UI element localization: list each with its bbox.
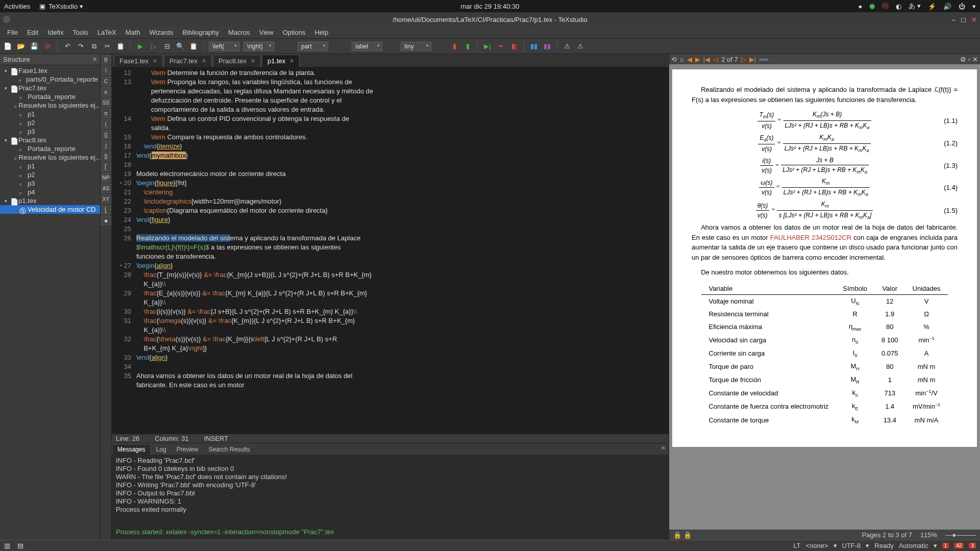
editor-tab[interactable]: Prac8.tex✕ [213, 55, 261, 67]
utf[interactable]: UTF-8 [842, 542, 861, 549]
side-tool[interactable]: {} [101, 130, 111, 139]
size-combo[interactable]: tiny [401, 42, 431, 51]
stop-icon[interactable]: ⊟ [162, 42, 172, 51]
part-combo[interactable]: part [298, 42, 328, 51]
view-log-icon[interactable]: 📋 [189, 42, 198, 51]
highlight-icon[interactable]: ▮▮ [529, 42, 538, 51]
close-button[interactable]: ✕ [971, 16, 977, 23]
cut-icon[interactable]: ✂ [103, 42, 112, 51]
zoom-slider[interactable]: —●——— [945, 531, 976, 539]
side-tool[interactable]: XY [101, 194, 111, 204]
menu-macros[interactable]: Macros [224, 27, 254, 38]
tree-item[interactable]: ▾📄p1.tex [0, 196, 100, 205]
bookmark-icon[interactable]: ▮| [509, 42, 519, 51]
open-file-icon[interactable]: 📂 [16, 42, 26, 51]
menu-view[interactable]: View [255, 27, 278, 38]
menu-options[interactable]: Options [279, 27, 310, 38]
tab-close-icon[interactable]: ✕ [153, 58, 157, 64]
editor-tab[interactable]: Fase1.tex✕ [114, 55, 163, 67]
label-combo[interactable]: label [352, 42, 382, 51]
tree-item[interactable]: ▫p3 [0, 179, 100, 188]
tree-item[interactable]: ▫Resuelve los siguientes ej... [0, 101, 100, 110]
tray-icon[interactable]: Ⓜ [882, 2, 889, 11]
menu-edit[interactable]: Edit [23, 27, 42, 38]
menu-help[interactable]: Help [310, 27, 332, 38]
tree-item[interactable]: ▫p4 [0, 188, 100, 196]
activities-button[interactable]: Activities [4, 3, 30, 10]
warning-badge[interactable]: 42 [954, 543, 964, 548]
menu-bibliography[interactable]: Bibliography [179, 27, 224, 38]
minimize-button[interactable]: – [952, 16, 955, 23]
page-indicator[interactable]: 2 of 7 [721, 56, 738, 63]
view-icon[interactable]: 🔍 [176, 42, 185, 51]
sb-icon[interactable]: ▤ [17, 542, 23, 549]
tree-item[interactable]: ▾📄Fase1.tex [0, 66, 100, 75]
tree-item[interactable]: ▫p1 [0, 110, 100, 118]
pv-fwd-icon[interactable]: ▷ [741, 56, 746, 63]
warning-icon[interactable]: ⚠ [576, 42, 585, 51]
side-tool[interactable]: ( [101, 119, 111, 129]
tree-item[interactable]: ▾📄Prac7.tex [0, 84, 100, 92]
log-tab[interactable]: Log [151, 444, 172, 455]
side-tool[interactable]: B [101, 55, 111, 64]
menu-wizards[interactable]: Wizards [145, 27, 178, 38]
side-tool[interactable]: C [101, 77, 111, 86]
side-tool[interactable]: I [101, 66, 111, 75]
pv-prev-icon[interactable]: ◀ [687, 56, 692, 63]
side-tool[interactable]: π [101, 109, 111, 118]
maximize-button[interactable]: ◻ [961, 16, 966, 23]
menu-math[interactable]: Math [121, 27, 144, 38]
new-file-icon[interactable]: 📄 [3, 42, 12, 51]
menu-file[interactable]: File [3, 27, 22, 38]
undo-icon[interactable]: ↶ [63, 42, 72, 51]
tree-item[interactable]: ▫p1 [0, 162, 100, 170]
copy-icon[interactable]: ⧉ [89, 42, 99, 51]
menu-dropdown-icon[interactable]: ▾ [972, 3, 976, 10]
clock[interactable]: mar dic 29 19:40:30 [461, 3, 520, 10]
panel-close-icon[interactable]: ✕ [661, 445, 666, 452]
bookmark-icon[interactable]: ▶| [483, 42, 492, 51]
tray-icon[interactable]: ⬢ [869, 3, 875, 10]
marker-icon[interactable]: ▮ [463, 42, 472, 51]
pv-first-icon[interactable]: |◀ [703, 56, 710, 63]
p--_icon[interactable]: ⌂ [680, 56, 684, 63]
pv-config-icon[interactable]: ⚙ ▫ ✕ [960, 56, 978, 63]
side-tool[interactable]: AS [101, 184, 111, 193]
pv-next-icon[interactable]: ▶ [695, 56, 700, 63]
bookmark-icon[interactable]: ━ [496, 42, 505, 51]
tab-close-icon[interactable]: ✕ [202, 58, 206, 64]
tree-item[interactable]: ▫Portada_reporte [0, 92, 100, 101]
marker-icon[interactable]: ▮ [450, 42, 459, 51]
panel-close-icon[interactable]: ✕ [92, 56, 97, 63]
left-delim-combo[interactable]: \left( [209, 42, 239, 51]
language-tool[interactable]: LT [793, 542, 800, 549]
zoom-level[interactable]: 115% [920, 531, 937, 539]
encoding[interactable]: <none> [805, 542, 828, 549]
tree-item[interactable]: ▫Resuelve los siguientes ej... [0, 153, 100, 162]
close-icon[interactable]: ⊘ [43, 42, 52, 51]
paste-icon[interactable]: 📋 [116, 42, 125, 51]
side-tool[interactable]: ■ [101, 216, 111, 225]
tree-item[interactable]: ⓈVelocidad de motor CD [0, 205, 100, 214]
tray-icon[interactable]: ● [859, 3, 863, 10]
compile-icon[interactable]: ▷ [149, 42, 158, 51]
error-badge[interactable]: 1 [942, 543, 949, 548]
tray-icon[interactable]: あ ▾ [909, 2, 921, 11]
menu-latex[interactable]: LaTeX [93, 27, 120, 38]
log-tab[interactable]: Search Results [203, 444, 255, 455]
editor-tab[interactable]: p1.tex✕ [262, 55, 300, 67]
pv-back-icon[interactable]: ◁ [713, 56, 718, 63]
tree-item[interactable]: ▫p2 [0, 118, 100, 127]
side-tool[interactable]: MP [101, 173, 111, 182]
code-editor[interactable]: \item Determine la función de transferen… [134, 67, 669, 434]
tab-close-icon[interactable]: ✕ [289, 58, 294, 64]
pv-nav-icon[interactable]: ⟲ [671, 56, 677, 63]
side-tool[interactable]: SS [101, 98, 111, 107]
side-tool[interactable]: [] [101, 152, 111, 161]
highlight-icon[interactable]: ▮▮ [543, 42, 552, 51]
pv-layout-icon[interactable]: ▫▫▫▫ [759, 56, 768, 63]
side-tool[interactable]: ∫ [101, 141, 111, 150]
auto[interactable]: Automatic [899, 542, 928, 549]
tree-item[interactable]: ▾📄Prac8.tex [0, 136, 100, 144]
tree-item[interactable]: ▫parts/0_Portada_reporte [0, 75, 100, 84]
